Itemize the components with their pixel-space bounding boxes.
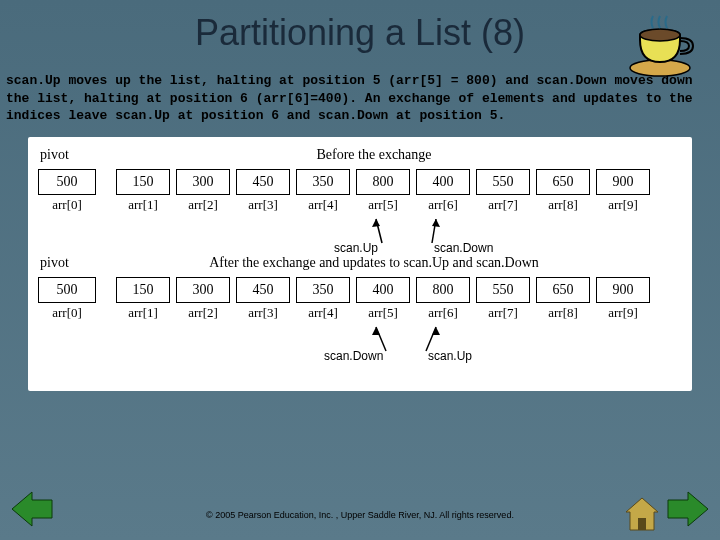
idx-cell: arr[4]: [296, 305, 350, 321]
idx-cell: arr[6]: [416, 305, 470, 321]
idx-cell: arr[1]: [116, 305, 170, 321]
arr-cell: 450: [236, 277, 290, 303]
arr-cell: 450: [236, 169, 290, 195]
scandown-label: scan.Down: [434, 241, 493, 255]
idx-cell: arr[8]: [536, 305, 590, 321]
nav-right-group: [666, 490, 710, 532]
pivot-heading: pivot: [34, 255, 102, 271]
pivot-heading: pivot: [34, 147, 102, 163]
svg-marker-9: [432, 327, 440, 335]
arr-cell: 550: [476, 277, 530, 303]
arr-cell: 400: [356, 277, 410, 303]
page-title: Partitioning a List (8): [0, 0, 720, 54]
svg-marker-5: [432, 219, 440, 227]
arr-cell: 300: [176, 277, 230, 303]
idx-cell: arr[9]: [596, 197, 650, 213]
arr-cell: 150: [116, 169, 170, 195]
idx-cell: arr[8]: [536, 197, 590, 213]
arr-cell: 550: [476, 169, 530, 195]
idx-cell: arr[2]: [176, 305, 230, 321]
scandown-label: scan.Down: [324, 349, 383, 363]
partition-diagram: pivot Before the exchange 500 150 300 45…: [28, 137, 692, 391]
copyright-footer: © 2005 Pearson Education, Inc. , Upper S…: [0, 510, 720, 520]
idx-cell: arr[0]: [38, 197, 96, 213]
idx-cell: arr[4]: [296, 197, 350, 213]
after-index-row: arr[0] arr[1] arr[2] arr[3] arr[4] arr[5…: [34, 305, 686, 321]
idx-cell: arr[1]: [116, 197, 170, 213]
idx-cell: arr[7]: [476, 305, 530, 321]
after-row: 500 150 300 450 350 400 800 550 650 900: [34, 277, 686, 303]
idx-cell: arr[0]: [38, 305, 96, 321]
svg-marker-10: [12, 492, 52, 526]
arrow-left-icon: [10, 490, 54, 528]
svg-rect-12: [638, 518, 646, 530]
idx-cell: arr[5]: [356, 305, 410, 321]
before-index-row: arr[0] arr[1] arr[2] arr[3] arr[4] arr[5…: [34, 197, 686, 213]
before-row: 500 150 300 450 350 800 400 550 650 900: [34, 169, 686, 195]
after-caption: After the exchange and updates to scan.U…: [102, 255, 686, 271]
idx-cell: arr[6]: [416, 197, 470, 213]
arr-cell: 800: [356, 169, 410, 195]
arr-cell: 650: [536, 277, 590, 303]
before-arrows: scan.Up scan.Down: [34, 215, 686, 255]
before-caption: Before the exchange: [102, 147, 686, 163]
svg-point-1: [640, 29, 680, 41]
idx-cell: arr[3]: [236, 197, 290, 213]
pivot-cell: 500: [38, 169, 96, 195]
arr-cell: 900: [596, 277, 650, 303]
arr-cell: 350: [296, 169, 350, 195]
scanup-label: scan.Up: [428, 349, 472, 363]
arr-cell: 650: [536, 169, 590, 195]
idx-cell: arr[2]: [176, 197, 230, 213]
home-button[interactable]: [622, 496, 662, 532]
scanup-label: scan.Up: [334, 241, 378, 255]
arr-cell: 350: [296, 277, 350, 303]
idx-cell: arr[3]: [236, 305, 290, 321]
arr-cell: 800: [416, 277, 470, 303]
svg-marker-7: [372, 327, 380, 335]
svg-marker-13: [668, 492, 708, 526]
idx-cell: arr[9]: [596, 305, 650, 321]
arr-cell: 300: [176, 169, 230, 195]
prev-button[interactable]: [10, 490, 54, 532]
arr-cell: 400: [416, 169, 470, 195]
coffee-cup-icon: [625, 10, 705, 80]
idx-cell: arr[5]: [356, 197, 410, 213]
idx-cell: arr[7]: [476, 197, 530, 213]
svg-marker-3: [372, 219, 380, 227]
arr-cell: 900: [596, 169, 650, 195]
description-text: scan.Up moves up the list, halting at po…: [0, 54, 720, 125]
arr-cell: 150: [116, 277, 170, 303]
after-arrows: scan.Down scan.Up: [34, 323, 686, 363]
next-button[interactable]: [666, 490, 710, 528]
pivot-cell: 500: [38, 277, 96, 303]
